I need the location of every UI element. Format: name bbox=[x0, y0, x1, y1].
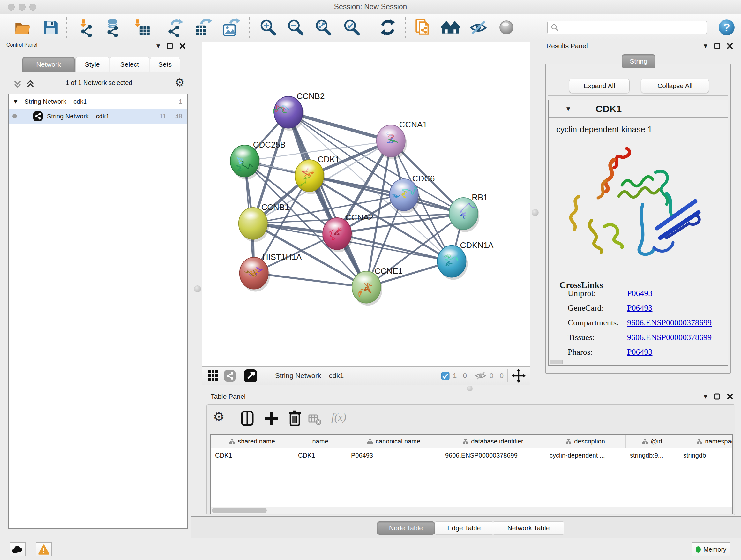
new-network-from-selection-icon[interactable] bbox=[413, 18, 431, 37]
network-row[interactable]: String Network – cdk1 11 48 bbox=[9, 109, 187, 124]
grid-view-icon[interactable] bbox=[207, 370, 219, 382]
collapse-panel-icon[interactable]: ▼ bbox=[704, 394, 708, 399]
first-neighbors-icon[interactable] bbox=[441, 18, 460, 37]
float-panel-icon[interactable] bbox=[714, 393, 720, 400]
crosslink-link[interactable]: 9606.ENSP00000378699 bbox=[627, 333, 712, 342]
network-node-ccna1[interactable]: CCNA1 bbox=[377, 120, 427, 159]
column-header[interactable]: name bbox=[294, 435, 347, 448]
collapse-panel-icon[interactable]: ▼ bbox=[156, 43, 160, 49]
search-field[interactable] bbox=[547, 21, 707, 34]
hide-selection-icon[interactable] bbox=[469, 18, 488, 37]
cell-namespace[interactable]: stringdb bbox=[679, 452, 733, 459]
network-node-cdk1[interactable]: CDK1 bbox=[295, 155, 340, 194]
network-canvas[interactable]: CCNB2CCNA1CDC25BCDK1CDC6RB1CCNB1CCNA2CDK… bbox=[202, 42, 530, 367]
tab-network[interactable]: Network bbox=[22, 57, 75, 72]
network-collection-row[interactable]: ▼ String Network – cdk1 1 bbox=[9, 94, 187, 109]
column-header[interactable]: @id bbox=[626, 435, 679, 448]
table-options-gear-icon[interactable]: ⚙ bbox=[213, 409, 231, 427]
help-icon[interactable]: ? bbox=[718, 18, 736, 37]
tab-network-table[interactable]: Network Table bbox=[493, 521, 564, 535]
zoom-out-icon[interactable] bbox=[286, 18, 305, 37]
node-table[interactable]: shared name name canonical name database… bbox=[210, 434, 733, 514]
column-header[interactable]: namespace bbox=[679, 435, 733, 448]
float-panel-icon[interactable] bbox=[714, 43, 720, 49]
close-panel-icon[interactable] bbox=[727, 393, 733, 400]
column-header[interactable]: canonical name bbox=[347, 435, 441, 448]
collapse-panel-icon[interactable]: ▼ bbox=[704, 43, 708, 49]
tab-sets[interactable]: Sets bbox=[150, 57, 180, 72]
column-header[interactable]: description bbox=[545, 435, 626, 448]
import-network-from-file-icon[interactable] bbox=[77, 18, 96, 37]
delete-column-icon[interactable] bbox=[286, 409, 304, 427]
zoom-selected-icon[interactable] bbox=[342, 18, 361, 37]
cell-database-identifier[interactable]: 9606.ENSP00000378699 bbox=[441, 452, 545, 459]
tab-edge-table[interactable]: Edge Table bbox=[435, 521, 493, 535]
network-graph[interactable]: CCNB2CCNA1CDC25BCDK1CDC6RB1CCNB1CCNA2CDK… bbox=[202, 42, 530, 366]
crosslink-link[interactable]: P06493 bbox=[627, 289, 652, 298]
tab-node-table[interactable]: Node Table bbox=[377, 521, 435, 535]
selected-checkbox-icon[interactable] bbox=[441, 372, 450, 380]
delete-table-icon[interactable] bbox=[308, 413, 322, 427]
memory-button[interactable]: Memory bbox=[692, 543, 730, 557]
warnings-button[interactable] bbox=[36, 543, 52, 557]
right-splitter-handle[interactable] bbox=[532, 209, 539, 216]
apply-layout-icon[interactable] bbox=[379, 18, 397, 37]
network-node-ccnb2[interactable]: CCNB2 bbox=[273, 91, 325, 131]
cell-canonical-name[interactable]: P06493 bbox=[347, 452, 441, 459]
crosslink-link[interactable]: 9606.ENSP00000378699 bbox=[627, 318, 712, 327]
crosslink-value: P06493 bbox=[627, 348, 652, 357]
tab-string-results[interactable]: String bbox=[622, 54, 656, 68]
annotation-mode-icon[interactable] bbox=[244, 369, 257, 382]
network-options-gear-icon[interactable]: ⚙ bbox=[175, 76, 185, 89]
network-node-cdc25b[interactable]: CDC25B bbox=[230, 140, 286, 179]
network-edge[interactable] bbox=[254, 273, 366, 287]
export-network-icon[interactable] bbox=[166, 18, 185, 37]
close-panel-icon[interactable] bbox=[727, 43, 733, 49]
column-header[interactable]: shared name bbox=[211, 435, 294, 448]
function-builder-icon[interactable]: f(x) bbox=[331, 411, 346, 423]
scrollbar-thumb[interactable] bbox=[212, 508, 267, 513]
expander-icon[interactable]: ▼ bbox=[14, 99, 17, 105]
expand-all-button[interactable]: Expand All bbox=[569, 78, 630, 93]
float-panel-icon[interactable] bbox=[166, 43, 173, 49]
left-splitter-handle[interactable] bbox=[194, 286, 201, 293]
export-table-icon[interactable] bbox=[194, 18, 212, 37]
export-image-icon[interactable] bbox=[222, 18, 240, 37]
table-horizontal-scrollbar[interactable] bbox=[211, 507, 732, 514]
crosslink-link[interactable]: P06493 bbox=[627, 303, 652, 313]
toolbar-separator bbox=[405, 17, 406, 38]
show-all-icon[interactable] bbox=[497, 18, 516, 37]
network-node-cdkn1a[interactable]: CDKN1A bbox=[437, 241, 494, 280]
search-input[interactable] bbox=[562, 22, 704, 33]
column-type-icon bbox=[566, 439, 571, 444]
save-session-icon[interactable] bbox=[41, 18, 60, 37]
gene-header-row[interactable]: ▼ CDK1 bbox=[549, 100, 728, 118]
import-network-from-database-icon[interactable] bbox=[104, 18, 123, 37]
cell-id[interactable]: stringdb:9... bbox=[626, 452, 679, 459]
cell-shared-name[interactable]: CDK1 bbox=[211, 452, 294, 459]
table-row[interactable]: CDK1 CDK1 P06493 9606.ENSP00000378699 cy… bbox=[211, 448, 732, 462]
create-column-icon[interactable] bbox=[262, 409, 280, 427]
pan-crosshair-icon[interactable] bbox=[512, 369, 526, 383]
cloud-service-button[interactable] bbox=[10, 543, 25, 557]
crosslink-link[interactable]: P06493 bbox=[627, 348, 652, 357]
open-session-icon[interactable] bbox=[13, 18, 31, 37]
close-panel-icon[interactable] bbox=[179, 43, 186, 49]
cell-description[interactable]: cyclin-dependent ... bbox=[545, 452, 626, 459]
control-panel-title: Control Panel bbox=[6, 42, 37, 48]
zoom-in-icon[interactable] bbox=[259, 18, 277, 37]
column-header[interactable]: database identifier bbox=[441, 435, 545, 448]
collapse-all-button[interactable]: Collapse All bbox=[641, 78, 709, 93]
network-node-hist1h1a[interactable]: HIST1H1A bbox=[240, 253, 302, 292]
gene-expander-icon[interactable]: ▼ bbox=[566, 106, 570, 112]
bottom-splitter-handle[interactable] bbox=[467, 386, 473, 391]
tab-style[interactable]: Style bbox=[75, 57, 109, 72]
import-table-from-file-icon[interactable] bbox=[132, 18, 151, 37]
mini-scrollbar[interactable] bbox=[550, 360, 562, 364]
tab-select[interactable]: Select bbox=[110, 57, 149, 72]
network-node-rb1[interactable]: RB1 bbox=[449, 193, 488, 232]
network-view-icon[interactable] bbox=[224, 370, 236, 382]
cell-name[interactable]: CDK1 bbox=[294, 452, 347, 459]
show-columns-icon[interactable] bbox=[239, 409, 257, 427]
zoom-fit-icon[interactable] bbox=[314, 18, 333, 37]
